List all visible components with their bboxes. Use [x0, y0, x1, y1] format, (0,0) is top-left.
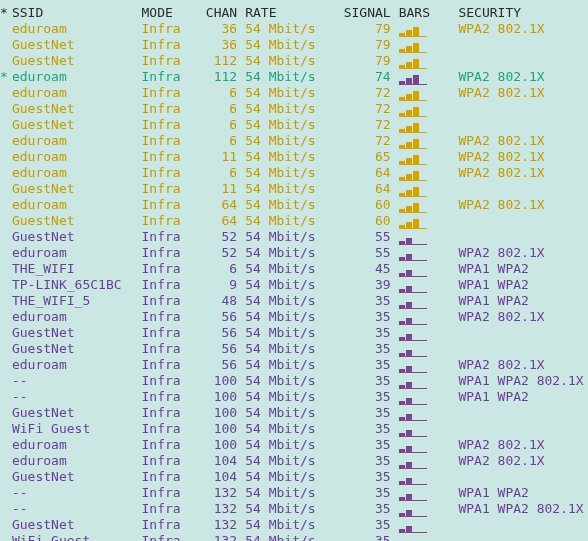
- cell-signal: 72: [335, 133, 395, 149]
- signal-bars-icon: [395, 534, 455, 541]
- cell-signal: 35: [335, 501, 395, 517]
- cell-rate: 54 Mbit/s: [241, 181, 335, 197]
- cell-signal: 55: [335, 245, 395, 261]
- cell-rate: 54 Mbit/s: [241, 469, 335, 485]
- cell-mode: Infra: [142, 357, 198, 373]
- cell-chan: 112: [197, 69, 241, 85]
- signal-bars-icon: [395, 358, 455, 372]
- header-rate: RATE: [241, 5, 335, 21]
- cell-chan: 6: [197, 117, 241, 133]
- cell-ssid: GuestNet: [8, 405, 142, 421]
- cell-mode: Infra: [142, 389, 198, 405]
- cell-mode: Infra: [142, 133, 198, 149]
- table-row: --Infra13254 Mbit/s35WPA1 WPA2 802.1X: [0, 501, 588, 517]
- cell-ssid: GuestNet: [8, 37, 142, 53]
- table-row: THE_WIFIInfra654 Mbit/s45WPA1 WPA2: [0, 261, 588, 277]
- cell-rate: 54 Mbit/s: [241, 213, 335, 229]
- cell-mode: Infra: [142, 117, 198, 133]
- cell-rate: 54 Mbit/s: [241, 309, 335, 325]
- cell-rate: 54 Mbit/s: [241, 101, 335, 117]
- cell-mode: Infra: [142, 181, 198, 197]
- cell-security: WPA1 WPA2: [454, 485, 588, 501]
- cell-rate: 54 Mbit/s: [241, 453, 335, 469]
- cell-security: WPA2 802.1X: [454, 149, 588, 165]
- cell-chan: 132: [197, 501, 241, 517]
- cell-mode: Infra: [142, 533, 198, 541]
- cell-signal: 35: [335, 341, 395, 357]
- cell-chan: 100: [197, 421, 241, 437]
- cell-chan: 132: [197, 533, 241, 541]
- cell-chan: 104: [197, 453, 241, 469]
- cell-security: WPA1 WPA2: [454, 277, 588, 293]
- cell-mode: Infra: [142, 229, 198, 245]
- cell-ssid: GuestNet: [8, 53, 142, 69]
- table-row: TP-LINK_65C1BCInfra954 Mbit/s39WPA1 WPA2: [0, 277, 588, 293]
- table-row: eduroamInfra5654 Mbit/s35WPA2 802.1X: [0, 309, 588, 325]
- header-row: * SSID MODE CHAN RATE SIGNAL BARS SECURI…: [0, 5, 588, 21]
- cell-mode: Infra: [142, 437, 198, 453]
- table-row: GuestNetInfra3654 Mbit/s79: [0, 37, 588, 53]
- cell-security: WPA2 802.1X: [454, 245, 588, 261]
- cell-security: WPA1 WPA2 802.1X: [454, 501, 588, 517]
- cell-chan: 48: [197, 293, 241, 309]
- signal-bars-icon: [395, 486, 455, 500]
- signal-bars-icon: [395, 342, 455, 356]
- cell-signal: 65: [335, 149, 395, 165]
- cell-chan: 64: [197, 213, 241, 229]
- cell-signal: 35: [335, 293, 395, 309]
- signal-bars-icon: [395, 38, 455, 52]
- cell-chan: 56: [197, 309, 241, 325]
- cell-mode: Infra: [142, 53, 198, 69]
- cell-rate: 54 Mbit/s: [241, 261, 335, 277]
- cell-ssid: GuestNet: [8, 517, 142, 533]
- signal-bars-icon: [395, 470, 455, 484]
- cell-chan: 9: [197, 277, 241, 293]
- table-row: THE_WIFI_5Infra4854 Mbit/s35WPA1 WPA2: [0, 293, 588, 309]
- cell-signal: 39: [335, 277, 395, 293]
- cell-chan: 52: [197, 229, 241, 245]
- cell-mode: Infra: [142, 149, 198, 165]
- cell-rate: 54 Mbit/s: [241, 485, 335, 501]
- cell-security: WPA2 802.1X: [454, 165, 588, 181]
- cell-ssid: --: [8, 485, 142, 501]
- cell-mode: Infra: [142, 261, 198, 277]
- cell-chan: 100: [197, 389, 241, 405]
- cell-chan: 112: [197, 53, 241, 69]
- cell-chan: 36: [197, 21, 241, 37]
- cell-chan: 36: [197, 37, 241, 53]
- cell-mode: Infra: [142, 21, 198, 37]
- cell-ssid: eduroam: [8, 21, 142, 37]
- cell-signal: 35: [335, 421, 395, 437]
- table-row: eduroamInfra654 Mbit/s72WPA2 802.1X: [0, 85, 588, 101]
- cell-mode: Infra: [142, 373, 198, 389]
- cell-mode: Infra: [142, 213, 198, 229]
- table-row: eduroamInfra10054 Mbit/s35WPA2 802.1X: [0, 437, 588, 453]
- cell-rate: 54 Mbit/s: [241, 373, 335, 389]
- cell-chan: 132: [197, 485, 241, 501]
- signal-bars-icon: [395, 182, 455, 196]
- signal-bars-icon: [395, 198, 455, 212]
- cell-chan: 56: [197, 325, 241, 341]
- cell-mode: Infra: [142, 453, 198, 469]
- cell-rate: 54 Mbit/s: [241, 277, 335, 293]
- cell-chan: 6: [197, 165, 241, 181]
- cell-ssid: eduroam: [8, 165, 142, 181]
- signal-bars-icon: [395, 262, 455, 276]
- cell-ssid: eduroam: [8, 69, 142, 85]
- cell-rate: 54 Mbit/s: [241, 21, 335, 37]
- table-row: GuestNetInfra10054 Mbit/s35: [0, 405, 588, 421]
- rows-container: eduroamInfra3654 Mbit/s79WPA2 802.1XGues…: [0, 21, 588, 541]
- signal-bars-icon: [395, 246, 455, 260]
- cell-rate: 54 Mbit/s: [241, 517, 335, 533]
- table-row: GuestNetInfra13254 Mbit/s35: [0, 517, 588, 533]
- signal-bars-icon: [395, 438, 455, 452]
- cell-signal: 35: [335, 405, 395, 421]
- signal-bars-icon: [395, 406, 455, 420]
- cell-signal: 72: [335, 101, 395, 117]
- signal-bars-icon: [395, 54, 455, 68]
- cell-signal: 79: [335, 53, 395, 69]
- cell-mode: Infra: [142, 245, 198, 261]
- signal-bars-icon: [395, 310, 455, 324]
- cell-rate: 54 Mbit/s: [241, 69, 335, 85]
- header-star: *: [0, 5, 8, 21]
